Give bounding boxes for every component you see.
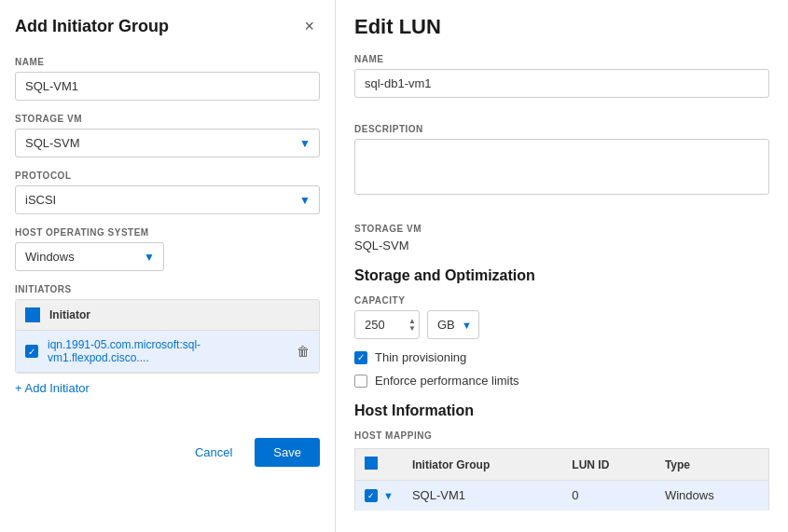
lun-storage-vm-label: STORAGE VM — [354, 224, 769, 234]
capacity-decrement-button[interactable]: ▼ — [407, 325, 418, 333]
capacity-row: ▲ ▼ MB GB TB ▼ — [354, 310, 769, 339]
storage-vm-select-wrapper: SQL-SVM ▼ — [15, 129, 320, 157]
storage-vm-select[interactable]: SQL-SVM — [15, 129, 320, 157]
thin-provisioning-row: Thin provisioning — [354, 350, 769, 364]
capacity-label: CAPACITY — [354, 295, 769, 306]
name-label: NAME — [15, 57, 320, 67]
th-initiator-group: Initiator Group — [403, 449, 562, 481]
protocol-label: PROTOCOL — [15, 171, 320, 181]
protocol-select-wrapper: iSCSI FCP Mixed ▼ — [15, 185, 320, 214]
edit-lun-panel: Edit LUN NAME DESCRIPTION STORAGE VM SQL… — [336, 0, 788, 532]
row-lun-id: 0 — [562, 481, 656, 511]
name-input[interactable] — [15, 72, 320, 101]
enforce-performance-checkbox[interactable] — [354, 375, 367, 388]
lun-description-input[interactable] — [354, 139, 769, 195]
initiators-section: INITIATORS Initiator iqn.1991-05.com.mic… — [15, 284, 320, 395]
storage-optimization-title: Storage and Optimization — [354, 267, 769, 284]
storage-optimization-section: Storage and Optimization CAPACITY ▲ ▼ MB… — [354, 267, 769, 388]
cancel-button[interactable]: Cancel — [184, 439, 243, 466]
panel-title: Add Initiator Group — [15, 17, 169, 36]
storage-vm-field-group: STORAGE VM SQL-SVM ▼ — [15, 114, 320, 157]
host-info-title: Host Information — [354, 402, 769, 419]
enforce-performance-row: Enforce performance limits — [354, 374, 769, 388]
capacity-spinners: ▲ ▼ — [407, 318, 418, 333]
th-type: Type — [656, 449, 769, 481]
initiator-column-header: Initiator — [49, 308, 90, 321]
lun-name-input[interactable] — [354, 69, 769, 98]
initiators-table-header: Initiator — [16, 300, 319, 331]
host-os-select-wrapper: Windows Linux Solaris VMware AIX ▼ — [15, 242, 164, 271]
host-os-label: HOST OPERATING SYSTEM — [15, 227, 320, 238]
host-mapping-label: HOST MAPPING — [354, 430, 769, 441]
th-checkbox-cell — [355, 449, 403, 481]
capacity-unit-select[interactable]: MB GB TB — [427, 310, 479, 339]
row-type: Windows — [656, 481, 769, 511]
edit-lun-title: Edit LUN — [354, 15, 769, 39]
thin-provisioning-checkbox[interactable] — [354, 351, 367, 364]
host-mapping-table: Initiator Group LUN ID Type ▼ — [354, 448, 769, 511]
lun-description-field-group: DESCRIPTION — [354, 124, 769, 211]
lun-name-label: NAME — [354, 54, 769, 64]
initiator-checkbox[interactable] — [25, 345, 38, 358]
row-checkbox[interactable] — [365, 489, 378, 502]
storage-vm-label: STORAGE VM — [15, 114, 320, 124]
lun-name-field-group: NAME — [354, 54, 769, 111]
table-header-row: Initiator Group LUN ID Type — [355, 449, 769, 481]
expand-icon[interactable]: ▼ — [383, 490, 394, 501]
initiators-label: INITIATORS — [15, 284, 320, 294]
th-select-all-icon[interactable] — [365, 457, 378, 470]
lun-storage-vm-value: SQL-SVM — [354, 239, 769, 252]
host-os-select[interactable]: Windows Linux Solaris VMware AIX — [15, 242, 164, 271]
unit-select-wrapper: MB GB TB ▼ — [427, 310, 479, 339]
close-button[interactable]: × — [298, 15, 320, 38]
header-checkbox[interactable] — [25, 307, 40, 322]
panel-actions: Cancel Save — [15, 423, 320, 467]
initiator-row: iqn.1991-05.com.microsoft:sql-vm1.flexpo… — [16, 331, 319, 373]
lun-storage-vm-field-group: STORAGE VM SQL-SVM — [354, 224, 769, 252]
capacity-input-wrapper: ▲ ▼ — [354, 310, 420, 339]
thin-provisioning-label: Thin provisioning — [375, 350, 466, 364]
panel-header: Add Initiator Group × — [15, 15, 320, 38]
row-initiator-group: SQL-VM1 — [403, 481, 562, 511]
name-field-group: NAME — [15, 57, 320, 101]
host-os-field-group: HOST OPERATING SYSTEM Windows Linux Sola… — [15, 227, 320, 271]
row-checkbox-cell: ▼ — [355, 481, 403, 511]
initiators-table: Initiator iqn.1991-05.com.microsoft:sql-… — [15, 299, 320, 374]
initiator-name: iqn.1991-05.com.microsoft:sql-vm1.flexpo… — [48, 338, 297, 364]
add-initiator-group-panel: Add Initiator Group × NAME STORAGE VM SQ… — [0, 0, 336, 532]
host-info-section: Host Information HOST MAPPING Initiator … — [354, 402, 769, 511]
protocol-select[interactable]: iSCSI FCP Mixed — [15, 185, 320, 214]
delete-initiator-icon[interactable]: 🗑 — [297, 344, 310, 359]
protocol-field-group: PROTOCOL iSCSI FCP Mixed ▼ — [15, 171, 320, 214]
save-button[interactable]: Save — [255, 438, 320, 467]
add-initiator-button[interactable]: + Add Initiator — [15, 381, 90, 395]
enforce-performance-label: Enforce performance limits — [375, 374, 519, 388]
lun-description-label: DESCRIPTION — [354, 124, 769, 134]
th-lun-id: LUN ID — [562, 449, 656, 481]
table-row: ▼ SQL-VM1 0 Windows — [355, 481, 769, 511]
